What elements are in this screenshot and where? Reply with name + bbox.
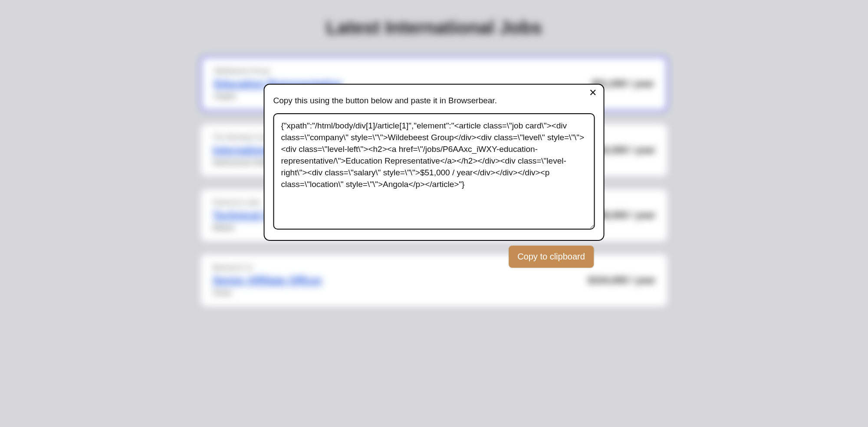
job-card[interactable]: Basenji & Co Senior Affiliate Officer $1…	[200, 253, 668, 307]
job-salary: $104,000 / year	[588, 275, 655, 286]
close-button[interactable]: ✕	[587, 87, 598, 99]
job-location: Oman	[213, 289, 655, 297]
copy-to-clipboard-button[interactable]: Copy to clipboard	[509, 246, 594, 268]
page-heading: Latest International Jobs	[200, 17, 668, 38]
close-icon: ✕	[589, 87, 597, 98]
job-company: Wildebeest Group	[214, 67, 654, 75]
job-title-link[interactable]: Senior Affiliate Officer	[213, 274, 322, 286]
modal-instruction: Copy this using the button below and pas…	[273, 96, 595, 105]
copy-helper-modal: ✕ Copy this using the button below and p…	[264, 84, 605, 241]
helper-config-textarea[interactable]	[273, 113, 595, 230]
